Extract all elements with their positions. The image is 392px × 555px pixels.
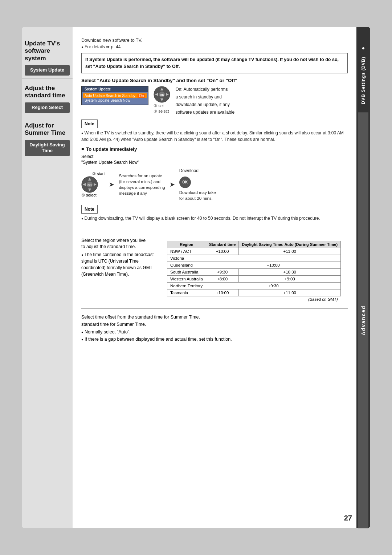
details-bullet: For details ➡ p. 44 [81,44,348,49]
dvb-label: DVB Settings (DVB) [361,52,366,109]
dst-cell: +9:00 [239,276,341,283]
dst-cell: +11:00 [239,248,341,255]
menu-row-search-now: System Update Search Now [85,98,145,103]
standard-cell: +10:00 [206,289,238,296]
dst-box: Daylight Saving Time [25,140,70,157]
dvb-dot: ● [362,45,365,51]
standard-cell: +8:00 [206,276,238,283]
region-cell: Victoria [167,255,206,262]
dst-section: Select time offset from the standard tim… [81,309,348,349]
menu-title: System Update [82,86,148,92]
note-content-2: During downloading, the TV will display … [81,215,348,222]
region-description: Select the region where you live to adju… [81,238,161,303]
region-merged-cell [206,255,340,262]
select-heading: Select "Auto Update Search in Standby" a… [81,78,348,83]
main-content: Download new software to TV. For details… [73,27,356,528]
update-section: Download new software to TV. For details… [81,34,348,232]
menu-row-auto-update: Auto Update Search in Standby On [83,93,147,98]
note-content-1: When the TV is switched to standby, ther… [81,130,348,143]
region-desc-2: to adjust the standard time. [81,244,161,249]
region-desc-1: Select the region where you live [81,238,161,243]
arrow-2: ➤ [170,181,175,189]
dst-bullet1: Normally select "Auto". [85,329,131,335]
region-merged-std: +10:00 [206,262,340,269]
region-sidebar-title: Adjust the standard time [25,85,70,100]
note-box-2: Note During downloading, the TV will dis… [81,205,348,222]
dst-desc2: standard time for Summer Time. [81,322,348,327]
system-update-menu: System Update Auto Update Search in Stan… [81,86,148,105]
dst-cell: +11:00 [239,289,341,296]
region-merged-nt: +9:30 [206,283,340,289]
subheading: To update immediately [81,146,348,152]
standard-cell: +10:00 [206,248,238,255]
system-update-box: System Update [25,65,70,76]
system-update-now: "System Update Search Now" [81,160,348,165]
arrow-1: ➤ [109,181,114,189]
region-cell: Western Australia [167,276,206,283]
region-cell: NSW / ACT [167,248,206,255]
region-cell: Tasmania [167,289,206,296]
dst-cell: +10:30 [239,269,341,276]
col-region: Region [167,241,206,248]
col-standard: Standard time [206,241,238,248]
dpad-icon-2: OK [81,176,98,193]
right-tab: ● DVB Settings (DVB) Advanced [356,27,370,528]
left-sidebar: Update TV's software system System Updat… [22,27,73,528]
dst-bullets: ● Normally select "Auto". ● If there is … [81,328,348,343]
dst-sidebar-title: Adjust for Summer Time [25,122,70,137]
svg-text:OK: OK [160,93,164,97]
nav-step2: ② set [154,104,164,108]
update-sidebar-title: Update TV's software system [25,40,70,62]
dpad-nav: OK ② set ① select [154,86,170,114]
dst-bullet2: If there is a gap between displayed time… [85,337,232,342]
region-cell: Queensland [167,262,206,269]
ok-button: OK [179,177,191,188]
region-cell: South Australia [167,269,206,276]
region-bullet: ● The time contained in the broadcast si… [81,251,161,278]
page: Update TV's software system System Updat… [22,27,370,528]
advanced-label: Advanced [358,112,368,528]
region-table: Region Standard time Daylight Saving Tim… [167,241,341,303]
region-select-box: Region Select [25,102,70,113]
standard-cell: +9:30 [206,269,238,276]
update-flow: ② start OK ① select ➤ Searches fo [81,168,348,202]
dpad2: ② start OK ① select [81,171,105,198]
page-number: 27 [344,514,352,522]
region-table-container: Region Standard time Daylight Saving Tim… [167,238,341,303]
system-update-ui-row: System Update Auto Update Search in Stan… [81,86,348,117]
table-note: (Based on GMT) [167,296,341,303]
nav-step1: ① select [154,109,169,114]
region-cell: Northern Territory [167,283,206,289]
on-bullets: On: Automatically performs a search in s… [175,86,234,117]
dst-desc: Select time offset from the standard tim… [81,315,348,320]
region-section: Select the region where you live to adju… [81,232,348,309]
search-description: Searches for an update (for several mins… [119,173,165,196]
svg-text:OK: OK [87,183,92,187]
dpad-icon: OK [154,86,170,103]
note-box-1: Note When the TV is switched to standby,… [81,119,348,143]
select-label: Select [81,154,348,159]
warning-box: If System Update is performed, the softw… [81,53,348,73]
col-dst: Daylight Saving Time: Auto (During Summe… [239,241,341,248]
download-step: Download OK Download may take for about … [179,168,216,202]
download-text: Download new software to TV. [81,38,348,43]
